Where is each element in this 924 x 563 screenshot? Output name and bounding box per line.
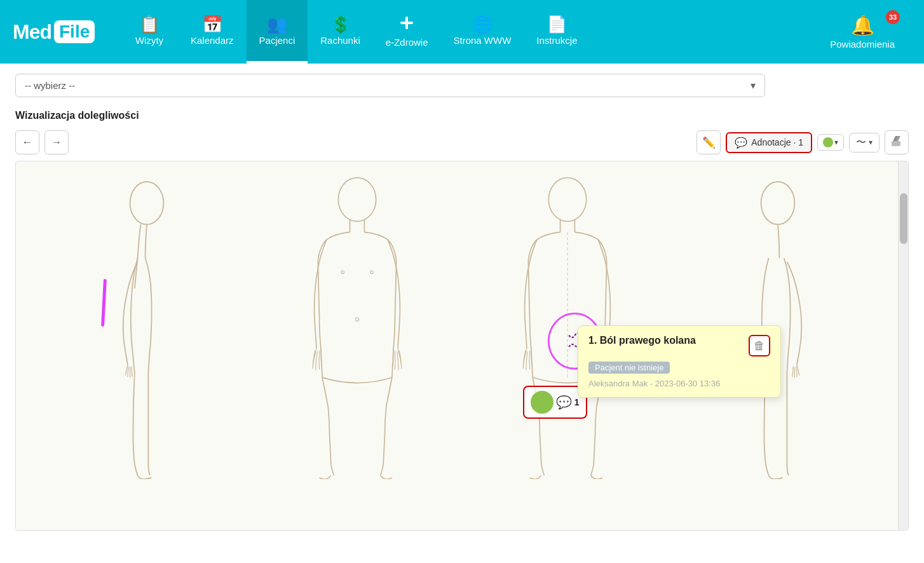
svg-point-9 (355, 318, 359, 322)
eraser-button[interactable] (885, 130, 909, 154)
chevron-down-icon: ▾ (751, 79, 756, 92)
color-dot (823, 137, 833, 147)
strona-icon: 🌐 (472, 16, 493, 32)
ezdrowie-icon (398, 14, 416, 34)
logo: Med File (6, 20, 121, 44)
nav-label-strona-www: Strona WWW (453, 35, 511, 46)
pencil-icon: ✏️ (702, 136, 716, 149)
nav-label-ezdrowie: e-Zdrowie (386, 37, 428, 48)
annotation-tag: Pacjent nie istnieje (588, 362, 670, 374)
body-canvas[interactable]: 💬 1 1. Ból prawego kolana 🗑 Pacjent nie … (15, 161, 909, 531)
bell-icon: 🔔 (851, 14, 874, 36)
nav-item-wizyty[interactable]: 📋 Wizyty (121, 0, 178, 64)
nav-label-kalendarz: Kalendarz (191, 35, 234, 46)
notifications-badge: 33 (886, 10, 900, 24)
prev-icon: ← (22, 136, 33, 149)
logo-med: Med (13, 20, 51, 44)
nav-item-pacjenci[interactable]: 👥 Pacjenci (247, 0, 308, 64)
figure-front (300, 174, 414, 479)
topbar: Med File 📋 Wizyty 📅 Kalendarz 👥 Pacjenci… (0, 0, 924, 64)
chat-icon: 💬 (735, 137, 747, 149)
wave-icon: 〜 (856, 136, 866, 149)
svg-point-10 (548, 178, 586, 222)
nav-label-rachunki: Rachunki (320, 35, 360, 46)
wave-button[interactable]: 〜 ▾ (849, 133, 880, 153)
section-title: Wizualizacja dolegliwości (15, 110, 909, 121)
nav-item-strona-www[interactable]: 🌐 Strona WWW (440, 0, 524, 64)
figure-side-left (90, 174, 204, 479)
toolbar-row: ← → ✏️ 💬 Adnotacje · 1 ▾ 〜 ▾ (15, 130, 909, 154)
select-value: -- wybierz -- (25, 80, 75, 91)
wave-chevron-icon: ▾ (869, 138, 873, 147)
annotation-header: 1. Ból prawego kolana 🗑 (588, 335, 770, 356)
notifications-area: 33 🔔 Powiadomienia (820, 8, 918, 56)
dropdown-row: -- wybierz -- ▾ (15, 74, 909, 97)
adnotacje-button[interactable]: 💬 Adnotacje · 1 (726, 132, 812, 153)
svg-marker-3 (893, 136, 900, 141)
rachunki-icon: 💲 (330, 16, 351, 32)
logo-file: File (59, 22, 90, 41)
annotation-title: 1. Ból prawego kolana (588, 335, 696, 346)
wizyty-icon: 📋 (139, 16, 160, 32)
instrukcje-icon: 📄 (547, 16, 567, 32)
svg-point-5 (130, 182, 163, 224)
body-svg-front (300, 174, 414, 479)
annotation-author: Aleksandra Mak - 2023-06-30 13:36 (588, 379, 770, 388)
svg-rect-1 (400, 22, 413, 24)
patient-select[interactable]: -- wybierz -- ▾ (15, 74, 765, 97)
kalendarz-icon: 📅 (202, 16, 222, 32)
body-svg-side-left (90, 174, 204, 479)
main-content: -- wybierz -- ▾ Wizualizacja dolegliwośc… (0, 64, 924, 563)
nav-label-pacjenci: Pacjenci (259, 35, 296, 46)
nav-item-ezdrowie[interactable]: e-Zdrowie (373, 0, 441, 64)
svg-rect-2 (892, 141, 900, 146)
scrollbar-thumb (900, 193, 907, 244)
nav-item-rachunki[interactable]: 💲 Rachunki (308, 0, 373, 64)
edit-button[interactable]: ✏️ (696, 130, 721, 154)
logo-box: File (54, 20, 95, 43)
indicator-count: 1 (574, 397, 580, 407)
svg-point-8 (370, 271, 373, 274)
annotation-popup: 1. Ból prawego kolana 🗑 Pacjent nie istn… (578, 325, 781, 398)
svg-point-6 (338, 178, 376, 222)
trash-icon: 🗑 (754, 339, 765, 353)
nav-item-instrukcje[interactable]: 📄 Instrukcje (524, 0, 590, 64)
prev-button[interactable]: ← (15, 130, 39, 154)
indicator-green-dot (531, 391, 554, 414)
next-icon: → (51, 136, 62, 149)
nav-items: 📋 Wizyty 📅 Kalendarz 👥 Pacjenci 💲 Rachun… (121, 0, 820, 64)
svg-point-7 (341, 271, 344, 274)
color-picker-button[interactable]: ▾ (817, 134, 844, 151)
nav-label-wizyty: Wizyty (135, 35, 163, 46)
color-chevron-icon: ▾ (834, 138, 838, 147)
svg-point-12 (761, 182, 794, 224)
notifications-label: Powiadomienia (830, 39, 895, 50)
eraser-icon (890, 135, 903, 151)
annotation-delete-button[interactable]: 🗑 (749, 335, 770, 356)
nav-item-kalendarz[interactable]: 📅 Kalendarz (178, 0, 247, 64)
notifications-button[interactable]: 33 🔔 Powiadomienia (820, 8, 905, 56)
next-button[interactable]: → (44, 130, 69, 154)
adnotacje-label: Adnotacje · 1 (751, 137, 803, 147)
scrollbar[interactable] (898, 161, 908, 530)
pacjenci-icon: 👥 (267, 16, 287, 32)
nav-label-instrukcje: Instrukcje (536, 35, 577, 46)
indicator-chat-icon: 💬 (556, 395, 572, 410)
